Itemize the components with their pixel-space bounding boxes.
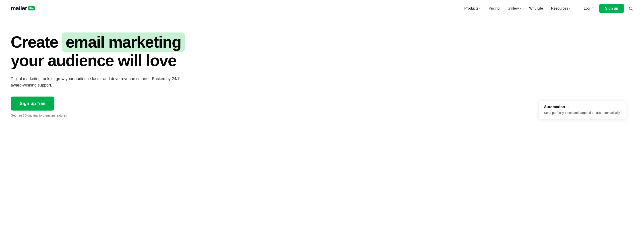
svg-line-1 <box>632 9 633 10</box>
logo-wordmark: mailer <box>11 5 27 12</box>
hero-cta-button[interactable]: Sign up free <box>11 97 54 111</box>
navbar: mailer lite Products ▾ Pricing Gallery ▾… <box>0 0 644 17</box>
nav-item-products[interactable]: Products ▾ <box>461 5 484 12</box>
nav-item-resources[interactable]: Resources ▾ <box>548 5 573 12</box>
hero-title-highlight: email marketing <box>62 32 185 52</box>
nav-links: Products ▾ Pricing Gallery ▾ Why Lite Re… <box>461 5 573 12</box>
chevron-down-icon: ▾ <box>569 7 570 10</box>
nav-signup-button[interactable]: Sign up <box>599 4 624 13</box>
search-icon[interactable] <box>628 6 633 11</box>
hero-section: Create email marketing your audience wil… <box>0 17 644 126</box>
logo-link[interactable]: mailer lite <box>11 5 35 12</box>
automation-card: Automation → Send perfectly-timed and ta… <box>538 101 626 119</box>
chevron-down-icon: ▾ <box>520 7 521 10</box>
automation-card-title: Automation → <box>544 105 620 109</box>
hero-title-part2: your audience will love <box>11 52 176 69</box>
login-link[interactable]: Log in <box>581 5 597 12</box>
hero-subtitle: Digital marketing tools to grow your aud… <box>11 76 180 89</box>
hero-title: Create email marketing your audience wil… <box>11 32 302 69</box>
hero-title-part1: Create <box>11 33 62 51</box>
automation-card-description: Send perfectly-timed and targeted emails… <box>544 111 620 115</box>
arrow-icon: → <box>566 105 570 109</box>
svg-point-0 <box>629 7 632 9</box>
nav-item-pricing[interactable]: Pricing <box>486 5 502 12</box>
chevron-down-icon: ▾ <box>479 7 480 10</box>
hero-content: Create email marketing your audience wil… <box>0 17 312 126</box>
nav-right: Log in Sign up <box>581 4 633 13</box>
nav-item-gallery[interactable]: Gallery ▾ <box>504 5 524 12</box>
nav-item-why-lite[interactable]: Why Lite <box>526 5 546 12</box>
logo-badge: lite <box>28 6 35 10</box>
hero-trial-text: Get free 30-day trial to premium feature… <box>11 114 302 117</box>
